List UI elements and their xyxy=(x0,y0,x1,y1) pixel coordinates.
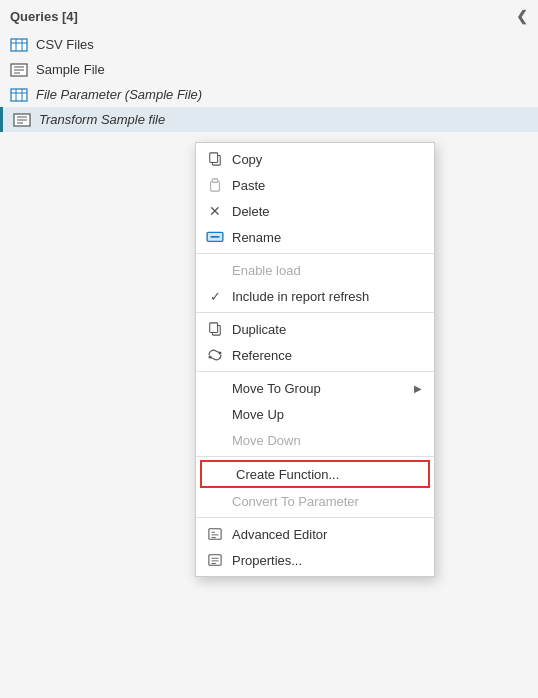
paste-icon xyxy=(206,177,224,193)
delete-icon: ✕ xyxy=(206,203,224,219)
csv-files-icon xyxy=(10,38,28,52)
menu-item-move-up[interactable]: Move Up xyxy=(196,401,434,427)
separator-1 xyxy=(196,253,434,254)
menu-item-enable-load: Enable load xyxy=(196,257,434,283)
query-list: CSV Files Sample File xyxy=(0,32,538,132)
menu-item-include-report[interactable]: ✓ Include in report refresh xyxy=(196,283,434,309)
advanced-editor-icon xyxy=(206,526,224,542)
menu-item-copy[interactable]: Copy xyxy=(196,146,434,172)
file-parameter-label: File Parameter (Sample File) xyxy=(36,87,202,102)
move-up-label: Move Up xyxy=(232,407,422,422)
separator-2 xyxy=(196,312,434,313)
duplicate-icon xyxy=(206,321,224,337)
submenu-arrow: ▶ xyxy=(414,383,422,394)
duplicate-label: Duplicate xyxy=(232,322,422,337)
menu-item-convert-param: Convert To Parameter xyxy=(196,488,434,514)
include-report-label: Include in report refresh xyxy=(232,289,422,304)
context-menu: Copy Paste ✕ Delete Rename Enable load xyxy=(195,142,435,577)
menu-item-create-function[interactable]: Create Function... xyxy=(200,460,430,488)
reference-icon xyxy=(206,347,224,363)
svg-rect-17 xyxy=(210,153,218,163)
convert-param-label: Convert To Parameter xyxy=(232,494,422,509)
menu-item-paste[interactable]: Paste xyxy=(196,172,434,198)
menu-item-delete[interactable]: ✕ Delete xyxy=(196,198,434,224)
check-icon: ✓ xyxy=(206,288,224,304)
move-up-icon xyxy=(206,406,224,422)
move-down-label: Move Down xyxy=(232,433,422,448)
enable-load-label: Enable load xyxy=(232,263,422,278)
copy-icon xyxy=(206,151,224,167)
collapse-icon[interactable]: ❮ xyxy=(516,8,528,24)
svg-rect-19 xyxy=(212,179,217,183)
advanced-editor-label: Advanced Editor xyxy=(232,527,422,542)
transform-sample-label: Transform Sample file xyxy=(39,112,165,127)
svg-point-24 xyxy=(219,352,222,355)
paste-label: Paste xyxy=(232,178,422,193)
sidebar-title: Queries [4] xyxy=(10,9,78,24)
create-function-label: Create Function... xyxy=(236,467,420,482)
svg-rect-8 xyxy=(11,89,27,101)
menu-item-duplicate[interactable]: Duplicate xyxy=(196,316,434,342)
rename-icon xyxy=(206,229,224,245)
reference-label: Reference xyxy=(232,348,422,363)
svg-rect-18 xyxy=(211,182,220,192)
copy-label: Copy xyxy=(232,152,422,167)
menu-item-properties[interactable]: Properties... xyxy=(196,547,434,573)
sample-file-icon xyxy=(10,63,28,77)
separator-3 xyxy=(196,371,434,372)
create-function-icon xyxy=(210,466,228,482)
separator-4 xyxy=(196,456,434,457)
transform-sample-icon xyxy=(13,113,31,127)
file-parameter-icon xyxy=(10,88,28,102)
move-down-icon xyxy=(206,432,224,448)
move-to-group-icon xyxy=(206,380,224,396)
query-item-file-parameter[interactable]: File Parameter (Sample File) xyxy=(0,82,538,107)
properties-icon xyxy=(206,552,224,568)
separator-5 xyxy=(196,517,434,518)
menu-item-move-to-group[interactable]: Move To Group ▶ xyxy=(196,375,434,401)
svg-point-25 xyxy=(209,356,212,359)
enable-load-icon xyxy=(206,262,224,278)
csv-files-label: CSV Files xyxy=(36,37,94,52)
svg-rect-0 xyxy=(11,39,27,51)
query-item-sample-file[interactable]: Sample File xyxy=(0,57,538,82)
convert-param-icon xyxy=(206,493,224,509)
properties-label: Properties... xyxy=(232,553,422,568)
query-item-csv-files[interactable]: CSV Files xyxy=(0,32,538,57)
move-to-group-label: Move To Group xyxy=(232,381,406,396)
menu-item-reference[interactable]: Reference xyxy=(196,342,434,368)
menu-item-advanced-editor[interactable]: Advanced Editor xyxy=(196,521,434,547)
delete-label: Delete xyxy=(232,204,422,219)
rename-label: Rename xyxy=(232,230,422,245)
menu-item-move-down: Move Down xyxy=(196,427,434,453)
svg-rect-23 xyxy=(210,323,218,333)
sidebar-header: Queries [4] ❮ xyxy=(0,0,538,32)
sample-file-label: Sample File xyxy=(36,62,105,77)
query-item-transform-sample[interactable]: Transform Sample file xyxy=(0,107,538,132)
menu-item-rename[interactable]: Rename xyxy=(196,224,434,250)
